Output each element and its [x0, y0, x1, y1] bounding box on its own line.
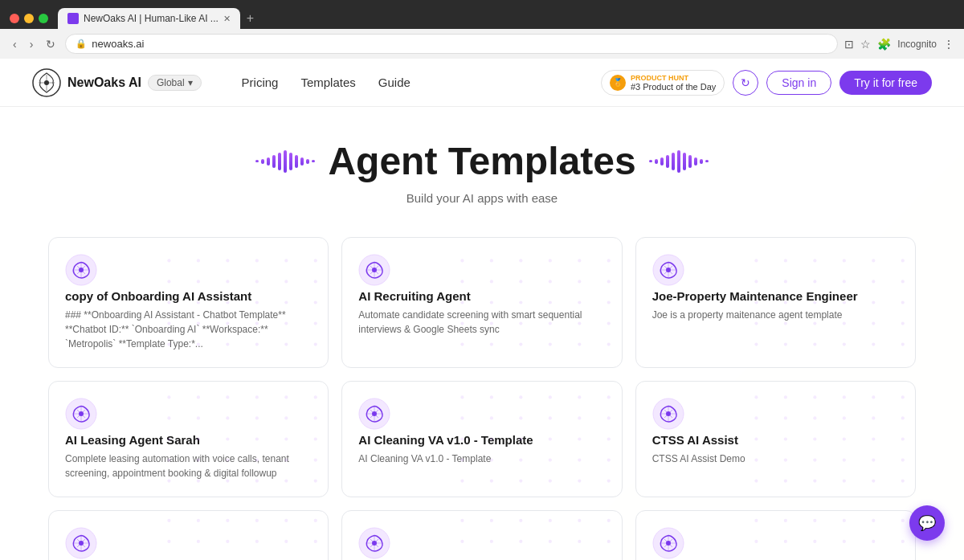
svg-point-134 — [578, 395, 581, 399]
template-desc: Complete leasing automation with voice c… — [65, 452, 312, 480]
incognito-label: Incognito — [897, 39, 937, 50]
sound-wave-left — [255, 145, 315, 178]
svg-point-11 — [255, 280, 259, 283]
svg-point-204 — [284, 540, 288, 543]
back-button[interactable]: ‹ — [10, 36, 20, 52]
svg-point-35 — [490, 259, 493, 262]
cast-icon[interactable]: ⊡ — [844, 38, 854, 51]
template-card[interactable]: AI Cleaning VA v1.0 - Template AI Cleani… — [341, 381, 622, 497]
svg-point-40 — [461, 280, 464, 283]
svg-point-69 — [842, 259, 845, 262]
traffic-lights — [10, 14, 48, 23]
address-bar-row: ‹ › ↻ 🔒 newoaks.ai ⊡ ☆ 🧩 Incognito ⋮ — [0, 29, 964, 59]
svg-point-194 — [167, 519, 170, 522]
extensions-icon[interactable]: 🧩 — [877, 38, 891, 51]
address-bar[interactable]: 🔒 newoaks.ai — [65, 34, 838, 54]
svg-point-137 — [490, 416, 493, 419]
template-card[interactable]: CTSS AI Assist CTSS AI Assist Demo — [635, 381, 916, 497]
active-tab[interactable]: NewOaks AI | Human-Like AI ... ✕ — [58, 8, 240, 29]
template-desc: ### **Onboarding AI Assistant - Chatbot … — [65, 308, 312, 351]
template-card[interactable]: Service Demo — [341, 510, 622, 560]
close-traffic-light[interactable] — [10, 14, 19, 23]
menu-icon[interactable]: ⋮ — [943, 38, 954, 51]
svg-point-197 — [255, 519, 259, 522]
svg-point-186 — [754, 480, 758, 483]
global-dropdown[interactable]: Global ▾ — [148, 75, 202, 91]
template-ai-icon — [65, 254, 97, 286]
svg-point-57 — [607, 321, 611, 325]
svg-point-43 — [549, 280, 552, 283]
template-card[interactable]: Joe-Property Maintenance Engineer Joe is… — [635, 237, 916, 368]
url-text: newoaks.ai — [92, 38, 144, 50]
svg-point-165 — [842, 395, 845, 399]
templates-grid: copy of Onboarding AI Assistant ### **On… — [48, 237, 916, 560]
svg-point-202 — [226, 540, 229, 543]
tab-close-icon[interactable]: ✕ — [223, 14, 231, 24]
svg-point-131 — [490, 395, 493, 399]
svg-point-99 — [197, 395, 200, 399]
svg-point-102 — [284, 395, 288, 399]
refresh-circle-button[interactable]: ↻ — [733, 70, 758, 96]
chat-widget[interactable]: 💬 — [909, 505, 945, 541]
svg-point-13 — [314, 280, 317, 283]
svg-point-106 — [226, 416, 229, 419]
svg-point-268 — [872, 540, 875, 543]
nav-links: Pricing Templates Guide — [242, 76, 601, 89]
try-free-button[interactable]: Try it for free — [839, 71, 932, 95]
svg-point-103 — [314, 395, 317, 399]
svg-point-167 — [901, 395, 904, 399]
forward-button[interactable]: › — [27, 36, 37, 52]
svg-point-85 — [783, 321, 786, 325]
svg-point-45 — [607, 280, 611, 283]
svg-point-89 — [901, 321, 904, 325]
nav-templates[interactable]: Templates — [300, 76, 355, 89]
product-hunt-badge[interactable]: 🏅 PRODUCT HUNT #3 Product of the Day — [601, 70, 725, 96]
svg-point-67 — [783, 259, 786, 262]
svg-point-229 — [549, 519, 552, 522]
svg-point-121 — [314, 458, 317, 461]
new-tab-button[interactable]: + — [240, 8, 260, 29]
svg-point-172 — [872, 416, 875, 419]
toolbar-right: ⊡ ☆ 🧩 Incognito ⋮ — [844, 38, 954, 51]
svg-point-159 — [607, 480, 611, 483]
svg-point-77 — [901, 280, 904, 283]
minimize-traffic-light[interactable] — [24, 14, 34, 23]
logo-icon — [32, 68, 61, 97]
svg-point-230 — [578, 519, 581, 522]
hero-title-row: Agent Templates — [16, 139, 948, 183]
svg-point-132 — [520, 395, 523, 399]
refresh-button[interactable]: ↻ — [43, 36, 59, 52]
svg-point-169 — [783, 416, 786, 419]
svg-point-9 — [197, 280, 200, 283]
svg-point-228 — [520, 519, 523, 522]
svg-point-3 — [197, 259, 200, 262]
sign-in-button[interactable]: Sign in — [766, 71, 831, 95]
svg-point-12 — [284, 280, 288, 283]
template-card[interactable]: Synchronics — [635, 510, 916, 560]
svg-point-98 — [167, 395, 170, 399]
sound-wave-right — [649, 145, 709, 178]
maximize-traffic-light[interactable] — [39, 14, 48, 23]
template-card[interactable]: copy of Onboarding AI Assistant ### **On… — [48, 237, 329, 368]
incognito-button[interactable]: Incognito — [897, 39, 937, 50]
template-ai-icon — [65, 527, 97, 559]
nav-guide[interactable]: Guide — [378, 76, 411, 89]
svg-point-154 — [461, 480, 464, 483]
svg-point-107 — [255, 416, 259, 419]
template-card[interactable]: Кайрат — [48, 510, 329, 560]
svg-point-162 — [754, 395, 758, 399]
svg-point-136 — [461, 416, 464, 419]
logo-text: NewOaks AI — [67, 76, 141, 90]
nav-pricing[interactable]: Pricing — [242, 76, 279, 89]
svg-point-168 — [754, 416, 758, 419]
template-card[interactable]: AI Recruiting Agent Automate candidate s… — [341, 237, 622, 368]
svg-point-163 — [783, 395, 786, 399]
template-card[interactable]: AI Leasing Agent Sarah Complete leasing … — [48, 381, 329, 497]
svg-point-60 — [520, 343, 523, 346]
svg-point-190 — [872, 480, 875, 483]
svg-point-44 — [578, 280, 581, 283]
template-name: Joe-Property Maintenance Engineer — [652, 289, 899, 303]
template-name: AI Cleaning VA v1.0 - Template — [358, 433, 605, 447]
bookmark-icon[interactable]: ☆ — [860, 38, 871, 51]
svg-point-108 — [284, 416, 288, 419]
